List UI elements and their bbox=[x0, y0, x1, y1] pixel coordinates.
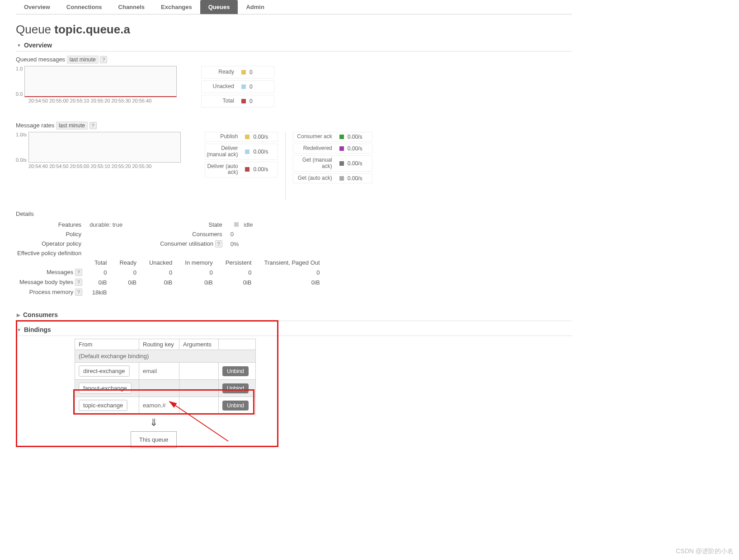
rates-label: Message rates last minute ? bbox=[16, 122, 572, 129]
binding-from-link[interactable]: direct-exchange bbox=[79, 365, 130, 377]
binding-row: topic-exchangeeamon.#Unbind bbox=[75, 397, 256, 414]
arrow-down-icon: ⇓ bbox=[75, 417, 233, 429]
help-icon[interactable]: ? bbox=[215, 240, 222, 247]
legend-swatch-icon bbox=[241, 70, 246, 75]
legend-row: Consumer ack0.00/s bbox=[293, 132, 372, 142]
legend-swatch-icon bbox=[245, 167, 249, 172]
x-ticks: 20:54:40 20:54:50 20:55:00 20:55:10 20:5… bbox=[28, 163, 181, 169]
triangle-down-icon: ▼ bbox=[17, 327, 21, 332]
details-mid: State idle Consumers0 Consumer utilisati… bbox=[140, 220, 257, 249]
queued-messages-label: Queued messages last minute ? bbox=[16, 56, 572, 63]
legend-value: 0 bbox=[249, 98, 274, 104]
legend-value: 0 bbox=[249, 69, 274, 75]
tab-exchanges[interactable]: Exchanges bbox=[153, 0, 200, 14]
legend-label: Deliver (manual ack) bbox=[205, 145, 241, 158]
help-icon[interactable]: ? bbox=[100, 56, 107, 63]
details-left: Featuresdurable: true Policy Operator po… bbox=[16, 220, 126, 258]
legend-row: Publish0.00/s bbox=[205, 132, 278, 142]
legend-label: Get (manual ack) bbox=[293, 157, 336, 170]
section-bindings-header[interactable]: ▼ Bindings bbox=[16, 324, 572, 336]
queued-chart: 1.0 0.0 20:54:50 20:55:00 20:55:10 20:55… bbox=[16, 66, 177, 103]
legend-value: 0.00/s bbox=[348, 160, 372, 167]
legend-label: Total bbox=[202, 98, 238, 104]
legend-swatch-icon bbox=[245, 135, 249, 139]
rates-legend-b: Consumer ack0.00/sRedelivered0.00/sGet (… bbox=[293, 132, 372, 185]
binding-row: fanout-exchangeUnbind bbox=[75, 380, 256, 397]
triangle-down-icon: ▼ bbox=[17, 43, 21, 48]
tab-overview[interactable]: Overview bbox=[16, 0, 58, 14]
legend-row: Deliver (manual ack)0.00/s bbox=[205, 144, 278, 160]
details-label: Details bbox=[16, 210, 572, 217]
legend-row: Unacked0 bbox=[201, 80, 274, 93]
rates-chart: 1.0/s 0.0/s 20:54:40 20:54:50 20:55:00 2… bbox=[16, 132, 181, 169]
queue-name: topic.queue.a bbox=[54, 23, 130, 36]
this-queue-box: This queue bbox=[131, 431, 177, 448]
tab-connections[interactable]: Connections bbox=[58, 0, 110, 14]
binding-row: direct-exchangeemailUnbind bbox=[75, 363, 256, 380]
rates-legend-a: Publish0.00/sDeliver (manual ack)0.00/sD… bbox=[205, 132, 278, 179]
binding-arguments bbox=[179, 397, 219, 414]
legend-label: Unacked bbox=[202, 84, 238, 90]
help-icon[interactable]: ? bbox=[89, 122, 97, 129]
range-tag[interactable]: last minute bbox=[56, 121, 88, 130]
legend-swatch-icon bbox=[241, 84, 246, 89]
legend-row: Redelivered0.00/s bbox=[293, 144, 372, 154]
unbind-button[interactable]: Unbind bbox=[222, 366, 249, 376]
default-binding-row: (Default exchange binding) bbox=[75, 350, 256, 363]
legend-row: Get (auto ack)0.00/s bbox=[293, 173, 372, 183]
x-ticks: 20:54:50 20:55:00 20:55:10 20:55:20 20:5… bbox=[28, 98, 177, 103]
binding-from-link[interactable]: topic-exchange bbox=[79, 400, 127, 411]
legend-value: 0 bbox=[249, 84, 274, 90]
legend-row: Get (manual ack)0.00/s bbox=[293, 155, 372, 172]
legend-value: 0.00/s bbox=[253, 149, 278, 155]
tab-queues[interactable]: Queues bbox=[200, 0, 238, 14]
stats-table: TotalReadyUnackedIn memoryPersistentTran… bbox=[16, 258, 326, 297]
legend-label: Publish bbox=[205, 134, 241, 140]
help-icon[interactable]: ? bbox=[75, 279, 82, 286]
nav-tabs: Overview Connections Channels Exchanges … bbox=[16, 0, 572, 14]
chart-canvas bbox=[24, 66, 177, 97]
binding-arguments bbox=[179, 380, 219, 397]
section-consumers-label: Consumers bbox=[23, 311, 58, 318]
unbind-button[interactable]: Unbind bbox=[222, 401, 249, 411]
legend-label: Deliver (auto ack) bbox=[205, 163, 241, 176]
binding-routing-key: eamon.# bbox=[139, 397, 179, 414]
legend-value: 0.00/s bbox=[253, 134, 278, 140]
legend-label: Ready bbox=[202, 69, 238, 75]
legend-label: Redelivered bbox=[293, 145, 336, 152]
chart-canvas bbox=[28, 132, 181, 163]
title-prefix: Queue bbox=[16, 23, 54, 36]
help-icon[interactable]: ? bbox=[75, 289, 82, 296]
triangle-right-icon: ▶ bbox=[17, 313, 20, 317]
page-title: Queue topic.queue.a bbox=[16, 23, 572, 37]
legend-value: 0.00/s bbox=[348, 175, 372, 182]
legend-swatch-icon bbox=[339, 146, 344, 151]
y-top: 1.0 bbox=[16, 66, 23, 71]
legend-value: 0.00/s bbox=[348, 145, 372, 152]
binding-from-link[interactable]: fanout-exchange bbox=[79, 383, 132, 394]
section-overview-header[interactable]: ▼ Overview bbox=[16, 39, 572, 51]
legend-row: Deliver (auto ack)0.00/s bbox=[205, 162, 278, 178]
section-consumers-header[interactable]: ▶ Consumers bbox=[16, 309, 572, 321]
binding-routing-key: email bbox=[139, 363, 179, 380]
range-tag[interactable]: last minute bbox=[67, 56, 99, 64]
section-overview-label: Overview bbox=[24, 42, 52, 49]
legend-label: Get (auto ack) bbox=[293, 175, 336, 182]
section-bindings-label: Bindings bbox=[24, 326, 51, 333]
unbind-button[interactable]: Unbind bbox=[222, 383, 249, 393]
legend-swatch-icon bbox=[339, 135, 344, 139]
tab-admin[interactable]: Admin bbox=[238, 0, 272, 14]
y-bot: 0.0 bbox=[16, 91, 23, 97]
legend-row: Ready0 bbox=[201, 66, 274, 79]
legend-row: Total0 bbox=[201, 95, 274, 107]
legend-swatch-icon bbox=[339, 161, 344, 166]
legend-swatch-icon bbox=[241, 99, 246, 103]
legend-swatch-icon bbox=[339, 176, 344, 181]
legend-value: 0.00/s bbox=[348, 134, 372, 140]
y-bot: 0.0/s bbox=[16, 157, 27, 163]
binding-arguments bbox=[179, 363, 219, 380]
help-icon[interactable]: ? bbox=[75, 269, 82, 276]
tab-channels[interactable]: Channels bbox=[110, 0, 153, 14]
y-top: 1.0/s bbox=[16, 132, 27, 137]
legend-value: 0.00/s bbox=[253, 166, 278, 173]
